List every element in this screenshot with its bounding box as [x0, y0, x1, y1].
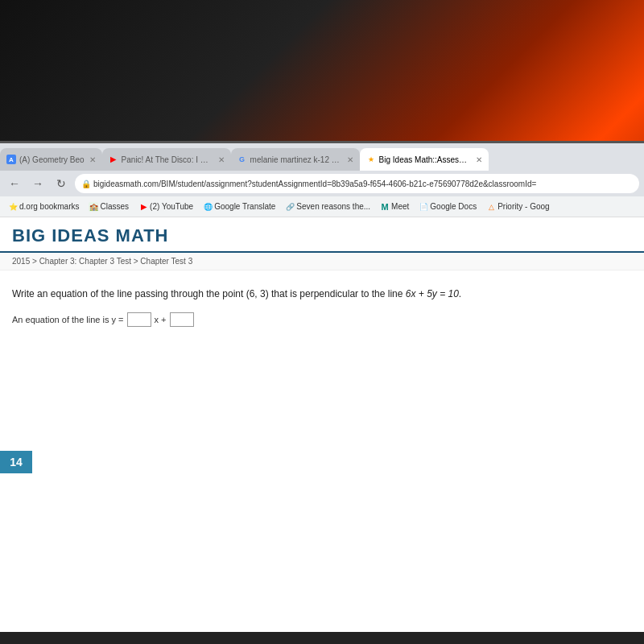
bookmark-favicon-docs: 📄	[419, 202, 428, 212]
browser-chrome: A (A) Geometry Beo ✕ ▶ Panic! At The Dis…	[0, 143, 644, 217]
tab-bar: A (A) Geometry Beo ✕ ▶ Panic! At The Dis…	[0, 143, 644, 171]
lock-icon: 🔒	[81, 180, 91, 188]
bookmark-youtube[interactable]: ▶ (2) YouTube	[135, 200, 196, 213]
question-number: 14	[10, 456, 23, 469]
breadcrumb: 2015 > Chapter 3: Chapter 3 Test > Chapt…	[0, 253, 644, 270]
tab-panic[interactable]: ▶ Panic! At The Disco: I Write Sins ✕	[102, 148, 231, 171]
tab-favicon-bigideas: ★	[366, 155, 376, 164]
bim-logo: BIG IDEAS MATH	[12, 225, 632, 246]
bookmark-favicon-org: ⭐	[8, 202, 18, 212]
laptop-screen: A (A) Geometry Beo ✕ ▶ Panic! At The Dis…	[0, 141, 644, 644]
equation-text: 6x + 5y = 10	[406, 288, 459, 299]
bookmark-favicon-seven: 🔗	[285, 202, 295, 212]
breadcrumb-text: 2015 > Chapter 3: Chapter 3 Test > Chapt…	[12, 257, 192, 266]
point-coords: (6, 3)	[246, 288, 269, 299]
tab-bigideas[interactable]: ★ Big Ideas Math::Assessment ✕	[360, 148, 489, 171]
answer-prefix: An equation of the line is y =	[12, 315, 124, 324]
bookmark-label-seven: Seven reasons the...	[296, 202, 370, 211]
bookmark-label-priority: Priority - Goog	[497, 202, 549, 211]
tab-melanie[interactable]: G melanie martinez k-12 songs - G ✕	[231, 148, 360, 171]
bookmark-label-org: d.org bookmarks	[19, 202, 79, 211]
bookmark-org[interactable]: ⭐ d.org bookmarks	[5, 200, 82, 213]
tab-close-melanie[interactable]: ✕	[347, 155, 353, 164]
address-bar[interactable]: 🔒 bigideasmath.com/BIM/student/assignmen…	[75, 174, 639, 193]
back-button[interactable]: ←	[5, 174, 24, 193]
bookmark-favicon-meet: M	[380, 202, 390, 212]
tab-favicon-geometry: A	[6, 155, 16, 164]
bookmarks-bar: ⭐ d.org bookmarks 🏫 Classes ▶ (2) YouTub…	[0, 196, 644, 217]
question-area: Write an equation of the line passing th…	[0, 270, 644, 339]
bookmark-meet[interactable]: M Meet	[377, 200, 412, 213]
bookmark-docs[interactable]: 📄 Google Docs	[415, 200, 480, 213]
bookmark-translate[interactable]: 🌐 Google Translate	[200, 200, 279, 213]
tab-title-geometry: (A) Geometry Beo	[19, 155, 85, 164]
answer-middle-text: x +	[155, 315, 167, 324]
bookmark-priority[interactable]: △ Priority - Goog	[483, 200, 552, 213]
answer-line: An equation of the line is y = x +	[12, 312, 632, 327]
bookmark-favicon-translate: 🌐	[203, 202, 213, 212]
page-content: BIG IDEAS MATH 2015 > Chapter 3: Chapter…	[0, 217, 644, 339]
tab-title-panic: Panic! At The Disco: I Write Sins	[122, 155, 213, 164]
bookmark-classes[interactable]: 🏫 Classes	[85, 200, 132, 213]
refresh-button[interactable]: ↻	[52, 174, 71, 193]
tab-title-melanie: melanie martinez k-12 songs - G	[250, 155, 342, 164]
bookmark-favicon-youtube: ▶	[138, 202, 148, 212]
bim-header: BIG IDEAS MATH	[0, 217, 644, 253]
bookmark-label-youtube: (2) YouTube	[150, 202, 193, 211]
question-text: Write an equation of the line passing th…	[12, 287, 632, 301]
bookmark-label-translate: Google Translate	[214, 202, 275, 211]
bookmark-favicon-priority: △	[486, 202, 496, 212]
tab-title-bigideas: Big Ideas Math::Assessment	[379, 155, 471, 164]
tab-favicon-melanie: G	[237, 155, 247, 164]
url-text: bigideasmath.com/BIM/student/assignment?…	[93, 180, 536, 188]
bookmark-label-docs: Google Docs	[430, 202, 477, 211]
answer-input-2[interactable]	[170, 312, 194, 327]
tab-close-geometry[interactable]: ✕	[89, 155, 96, 164]
tab-favicon-panic: ▶	[109, 155, 118, 164]
tab-geometry[interactable]: A (A) Geometry Beo ✕	[0, 148, 102, 171]
forward-button[interactable]: →	[28, 174, 47, 193]
tab-close-panic[interactable]: ✕	[218, 155, 225, 164]
answer-input-1[interactable]	[127, 312, 151, 327]
address-bar-row: ← → ↻ 🔒 bigideasmath.com/BIM/student/ass…	[0, 171, 644, 196]
bookmark-seven-reasons[interactable]: 🔗 Seven reasons the...	[282, 200, 374, 213]
bookmark-label-classes: Classes	[100, 202, 129, 211]
tab-close-bigideas[interactable]: ✕	[476, 155, 482, 164]
bookmark-label-meet: Meet	[391, 202, 409, 211]
question-number-badge: 14	[0, 451, 32, 473]
bookmark-favicon-classes: 🏫	[89, 202, 98, 212]
laptop-bottom-bezel	[0, 632, 644, 644]
